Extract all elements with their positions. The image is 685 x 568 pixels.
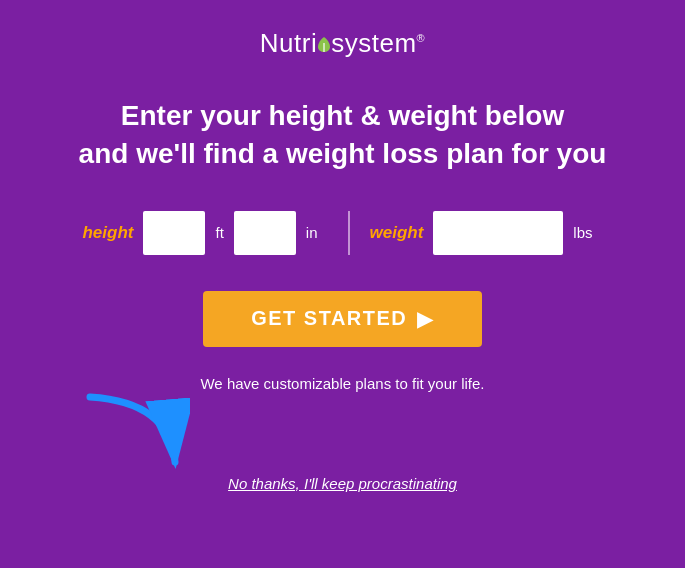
get-started-label: GET STARTED xyxy=(251,307,407,330)
logo: Nutri system® xyxy=(260,28,425,59)
blue-arrow-icon xyxy=(80,392,190,477)
arrow-right-icon: ▶ xyxy=(417,307,434,331)
leaf-icon xyxy=(317,35,331,53)
no-thanks-link[interactable]: No thanks, I'll keep procrastinating xyxy=(228,475,457,492)
weight-label: weight xyxy=(370,223,424,243)
bottom-section: No thanks, I'll keep procrastinating xyxy=(0,402,685,492)
logo-text: Nutri system® xyxy=(260,28,425,59)
headline-line1: Enter your height & weight below xyxy=(79,97,607,135)
form-divider xyxy=(348,211,350,255)
form-row: height ft in weight lbs xyxy=(82,211,602,255)
weight-input[interactable] xyxy=(433,211,563,255)
height-ft-input[interactable] xyxy=(143,211,205,255)
lbs-unit: lbs xyxy=(573,224,592,241)
height-in-input[interactable] xyxy=(234,211,296,255)
in-unit: in xyxy=(306,224,318,241)
customizable-text: We have customizable plans to fit your l… xyxy=(200,375,484,392)
ft-unit: ft xyxy=(215,224,223,241)
headline-line2: and we'll find a weight loss plan for yo… xyxy=(79,135,607,173)
get-started-button[interactable]: GET STARTED ▶ xyxy=(203,291,482,347)
height-label: height xyxy=(82,223,133,243)
headline: Enter your height & weight below and we'… xyxy=(39,97,647,173)
